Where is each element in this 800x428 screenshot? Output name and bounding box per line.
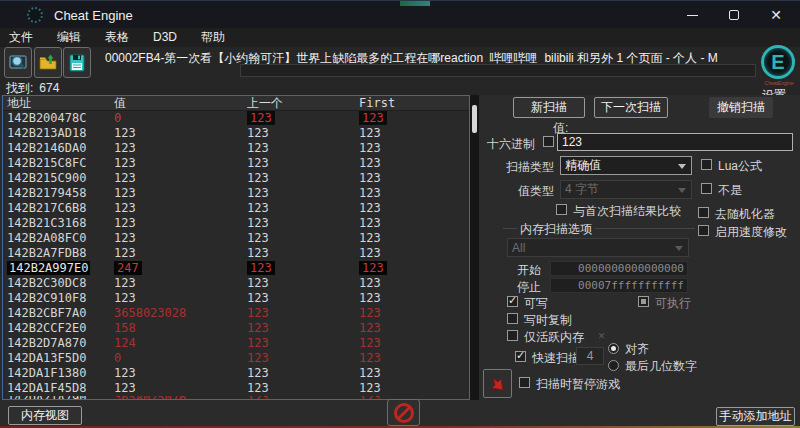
speedhack-checkbox[interactable] xyxy=(698,225,709,236)
cell-addr: 142B2179458 xyxy=(3,186,114,201)
logo-caption: CheatEngine xyxy=(760,80,798,86)
cell-addr: 142B215C900 xyxy=(3,171,114,186)
writable-checkbox[interactable] xyxy=(507,296,518,307)
start-address-input[interactable]: 0000000000000000 xyxy=(550,261,688,276)
cell-val: 0 xyxy=(114,111,247,126)
column-first[interactable]: First xyxy=(359,96,469,111)
menu-table[interactable]: 表格 xyxy=(93,28,141,47)
scan-type-select[interactable]: 精确值 xyxy=(560,156,692,175)
open-table-button[interactable] xyxy=(34,47,62,78)
table-row[interactable]: 142B2A7FDB8123123123 xyxy=(3,246,469,261)
cell-first: 123 xyxy=(359,351,469,366)
scrollbar-thumb[interactable] xyxy=(472,105,477,133)
cancel-scan-button[interactable] xyxy=(387,399,420,426)
next-scan-button[interactable]: 下一次扫描 xyxy=(594,97,668,118)
menu-help[interactable]: 帮助 xyxy=(189,28,237,47)
table-row[interactable]: 142DA13F5D00123123 xyxy=(3,351,469,366)
cell-prev: 123 xyxy=(247,246,359,261)
lua-formula-checkbox[interactable] xyxy=(701,159,712,170)
menu-edit[interactable]: 编辑 xyxy=(45,28,93,47)
close-icon: ✕ xyxy=(770,7,782,23)
menu-file[interactable]: 文件 xyxy=(0,28,45,47)
table-row[interactable]: 142B2A997E0247123123 xyxy=(3,261,469,276)
cell-prev: 123 xyxy=(247,291,359,306)
cell-val: 123 xyxy=(114,156,247,171)
screen-artifact xyxy=(400,1,430,6)
cell-first: 123 xyxy=(359,111,469,126)
cell-prev: 123 xyxy=(247,336,359,351)
cell-val: 247 xyxy=(114,261,247,276)
found-list-header: 地址 值 上一个 First xyxy=(3,96,469,111)
table-row[interactable]: 142B2CBF7A03658023028123123 xyxy=(3,306,469,321)
new-scan-button[interactable]: 新扫描 xyxy=(513,97,585,118)
save-table-button[interactable] xyxy=(63,47,91,78)
menu-d3d[interactable]: D3D xyxy=(141,28,189,47)
cell-first: 123 xyxy=(359,306,469,321)
executable-checkbox[interactable] xyxy=(638,296,649,307)
red-arrow-icon xyxy=(488,374,508,394)
column-address[interactable]: 地址 xyxy=(3,96,114,111)
table-row[interactable]: 142B215C8FC123123123 xyxy=(3,156,469,171)
found-list-scrollbar[interactable] xyxy=(470,95,479,400)
add-selected-address-button[interactable] xyxy=(483,369,512,398)
table-row[interactable]: 142B215C900123123123 xyxy=(3,171,469,186)
memory-view-button[interactable]: 内存视图 xyxy=(8,406,82,425)
table-row[interactable]: 142B2A08FC0123123123 xyxy=(3,231,469,246)
start-label: 开始 xyxy=(517,262,541,279)
table-row[interactable]: 142DA1F45D8123123123 xyxy=(3,381,469,396)
cell-val: 123 xyxy=(114,381,247,396)
cell-prev: 123 xyxy=(247,351,359,366)
cell-first: 123 xyxy=(359,381,469,396)
cell-first: 123 xyxy=(359,216,469,231)
table-row[interactable]: 142B217C6B8123123123 xyxy=(3,201,469,216)
add-address-manually-button[interactable]: 手动添加地址 xyxy=(716,407,795,426)
cell-first: 123 xyxy=(359,186,469,201)
cell-first: 123 xyxy=(359,246,469,261)
undo-scan-button[interactable]: 撤销扫描 xyxy=(709,97,773,118)
cell-first: 123 xyxy=(359,201,469,216)
value-input[interactable]: 123 xyxy=(557,133,793,151)
title-bar: Cheat Engine ✕ xyxy=(0,0,800,28)
select-process-button[interactable] xyxy=(4,47,32,78)
table-row[interactable]: 142B2C30DC8123123123 xyxy=(3,276,469,291)
fast-scan-checkbox[interactable] xyxy=(515,351,526,362)
close-button[interactable]: ✕ xyxy=(754,1,798,29)
table-row[interactable]: 142B213AD18123123123 xyxy=(3,126,469,141)
table-row[interactable]: 142B2CCF2E0158123123 xyxy=(3,321,469,336)
table-row[interactable]: 142B21C3168123123123 xyxy=(3,216,469,231)
stop-label: 停止 xyxy=(517,279,541,296)
value-type-select[interactable]: 4 字节 xyxy=(560,180,692,199)
last-digits-radio[interactable] xyxy=(608,360,619,371)
hex-checkbox[interactable] xyxy=(543,136,554,147)
table-row[interactable]: 142DA1F1380123123123 xyxy=(3,366,469,381)
cell-prev: 123 xyxy=(247,381,359,396)
table-row[interactable]: 142B2179458123123123 xyxy=(3,186,469,201)
column-previous[interactable]: 上一个 xyxy=(247,96,359,111)
table-row[interactable]: 142B200478C0123123 xyxy=(3,111,469,126)
cell-prev: 123 xyxy=(247,201,359,216)
found-count: 674 xyxy=(39,81,59,95)
cell-val: 123 xyxy=(114,246,247,261)
copy-on-write-checkbox[interactable] xyxy=(507,313,518,324)
fast-scan-alignment-input[interactable]: 4 xyxy=(576,347,604,365)
column-value[interactable]: 值 xyxy=(114,96,247,111)
table-row[interactable]: 142B2146DA0123123123 xyxy=(3,141,469,156)
unrandomizer-checkbox[interactable] xyxy=(698,207,709,218)
stop-address-input[interactable]: 00007fffffffffff xyxy=(550,278,688,293)
cell-addr: 142DA1F1380 xyxy=(3,366,114,381)
table-row[interactable]: 142B2C910F8123123123 xyxy=(3,291,469,306)
pause-game-checkbox[interactable] xyxy=(519,377,530,388)
cheat-engine-logo[interactable]: E xyxy=(758,43,798,81)
align-radio[interactable] xyxy=(608,343,619,354)
not-label: 不是 xyxy=(718,182,742,199)
table-row[interactable]: 142B2D7A870124123123 xyxy=(3,336,469,351)
cell-prev: 123 xyxy=(247,276,359,291)
memory-region-select[interactable]: All xyxy=(507,238,689,257)
maximize-button[interactable] xyxy=(712,1,756,29)
cell-addr: 142B215C8FC xyxy=(3,156,114,171)
value-type-label: 值类型 xyxy=(518,183,554,200)
minimize-button[interactable] xyxy=(670,1,714,29)
compare-first-checkbox[interactable] xyxy=(556,204,567,215)
not-checkbox[interactable] xyxy=(701,183,712,194)
active-memory-only-checkbox[interactable] xyxy=(507,330,518,341)
